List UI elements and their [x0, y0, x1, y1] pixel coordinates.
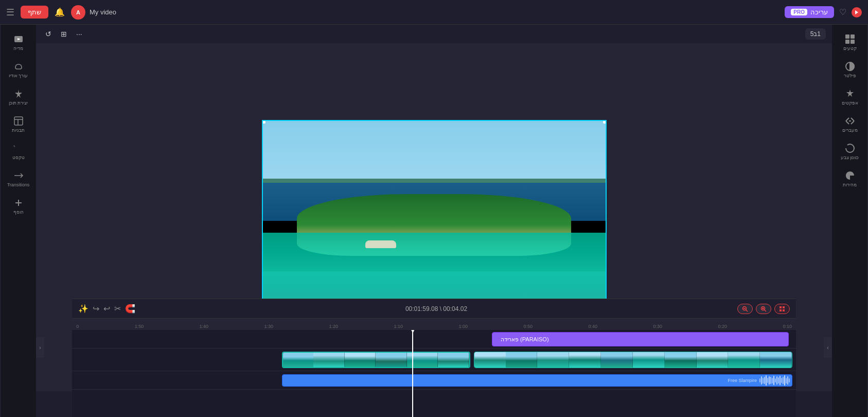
- sidebar-item-effects[interactable]: אפקטים: [835, 84, 865, 110]
- playhead[interactable]: [412, 330, 413, 417]
- svg-rect-7: [780, 306, 782, 308]
- sidebar-item-audio-label: עורך אודיו: [9, 73, 28, 78]
- video-clip-1[interactable]: [282, 352, 470, 368]
- handle-top-left[interactable]: [262, 120, 265, 124]
- sidebar-item-speed[interactable]: מהירות: [835, 166, 865, 192]
- sidebar-item-filter[interactable]: פילטר: [835, 57, 865, 82]
- svg-line-12: [765, 309, 767, 311]
- topbar-right: My video A 🔔 שתף ☰: [6, 5, 116, 20]
- center-area: 1ב5 ··· ⊞ ↺: [36, 25, 832, 417]
- video-track-row: [72, 349, 796, 371]
- sidebar-item-clips[interactable]: קטעים: [835, 30, 865, 55]
- handle-top-right[interactable]: [603, 120, 607, 124]
- text-track-clip[interactable]: (PARAISO) פארידה: [492, 332, 789, 346]
- audio-waveform: Free Slampire: [285, 375, 790, 386]
- project-name-button[interactable]: עריכה PRO: [785, 6, 834, 18]
- video-content: [263, 121, 606, 314]
- svg-rect-3: [845, 40, 849, 44]
- fit-to-screen-button[interactable]: ⊞: [58, 28, 70, 40]
- sidebar-item-filter-label: פילטר: [844, 73, 856, 78]
- timeline-zoom-out-button[interactable]: [737, 304, 753, 314]
- cut-button[interactable]: ✂: [114, 304, 121, 314]
- ruler-mark-9: 1:40: [200, 324, 209, 329]
- ruler-mark-6: 1:10: [394, 324, 403, 329]
- sidebar-item-transitions2-label: Transitions: [7, 182, 30, 187]
- svg-text:T: T: [13, 144, 15, 153]
- magnet-button[interactable]: 🧲: [125, 304, 135, 314]
- svg-point-6: [846, 144, 854, 152]
- ruler-mark-5: 1:00: [459, 324, 468, 329]
- ruler-mark-2: 0:30: [653, 324, 663, 329]
- canvas-top-center: ··· ⊞ ↺: [42, 28, 85, 40]
- redo-button[interactable]: ↪: [93, 304, 99, 314]
- menu-icon[interactable]: ☰: [6, 7, 14, 18]
- sidebar-item-media-label: מדיה: [13, 46, 23, 51]
- sidebar-item-template-label: תבניות: [12, 128, 25, 133]
- ruler-mark-8: 1:30: [264, 324, 274, 329]
- svg-rect-1: [845, 34, 849, 39]
- boat: [365, 240, 396, 248]
- sidebar-item-text[interactable]: T טקסט: [4, 139, 33, 164]
- timeline-fit-button[interactable]: [774, 304, 790, 314]
- right-sidebar: מדיה עורך אודיו יצירת תוכן תבניות T טקסט…: [0, 25, 36, 417]
- video-frame[interactable]: [262, 120, 607, 315]
- timeline-toolbar: 00:04.02 \ 00:01:59.08 🧲 ✂ ↩ ↪ ✨: [72, 299, 796, 319]
- sidebar-item-content[interactable]: יצירת תוכן: [4, 84, 33, 110]
- sidebar-item-transitions-label: מעברים: [842, 128, 858, 133]
- sidebar-item-transitions[interactable]: מעברים: [835, 112, 865, 137]
- undo-button[interactable]: ↩: [103, 304, 110, 314]
- canvas-top-toolbar: 1ב5 ··· ⊞ ↺: [36, 25, 832, 43]
- user-name-label: My video: [90, 8, 116, 16]
- svg-rect-2: [851, 34, 855, 39]
- sidebar-item-media[interactable]: מדיה: [4, 30, 33, 55]
- sidebar-item-text-label: טקסט: [12, 155, 25, 160]
- sidebar-item-template[interactable]: תבניות: [4, 112, 33, 137]
- user-avatar: A: [71, 5, 85, 20]
- topbar-left: ♡ עריכה PRO: [785, 6, 862, 18]
- main-layout: קטעים פילטר אפקטים מעברים כוונון צבע מהי…: [0, 25, 868, 417]
- video-clip-2[interactable]: [474, 352, 792, 368]
- ruler-mark-3: 0:40: [589, 324, 598, 329]
- audio-track-name-label: Free Slampire: [285, 378, 759, 383]
- user-area: My video A: [71, 5, 116, 20]
- shallow-water: [263, 233, 606, 271]
- project-name-label: עריכה: [810, 8, 828, 16]
- svg-rect-9: [780, 309, 782, 311]
- share-button[interactable]: שתף: [21, 6, 48, 19]
- app-logo: [852, 7, 862, 18]
- audio-track-row: Free Slampire: [72, 371, 796, 390]
- notification-icon[interactable]: 🔔: [55, 7, 65, 17]
- svg-rect-4: [851, 40, 855, 44]
- sidebar-item-add[interactable]: הוסף: [4, 194, 33, 219]
- ruler-mark-4: 0:50: [524, 324, 533, 329]
- ruler-mark-7: 1:20: [329, 324, 339, 329]
- timeline-timecode: 00:04.02 \ 00:01:59.08: [405, 305, 467, 312]
- svg-rect-8: [783, 306, 785, 308]
- sidebar-item-content-label: יצירת תוכן: [9, 100, 28, 106]
- timeline-collapse-right[interactable]: ›: [824, 337, 832, 358]
- sidebar-item-adjust[interactable]: כוונון צבע: [835, 139, 865, 164]
- timeline-ruler: 0:10 0:20 0:30 0:40 0:50 1:00 1:10 1:20 …: [72, 319, 796, 330]
- rotate-button[interactable]: ↺: [42, 28, 55, 40]
- left-sidebar: קטעים פילטר אפקטים מעברים כוונון צבע מהי…: [832, 25, 868, 417]
- sidebar-item-audio[interactable]: עורך אודיו: [4, 57, 33, 82]
- timeline-zoom-in-button[interactable]: [756, 304, 771, 314]
- sidebar-item-speed-label: מהירות: [843, 182, 857, 187]
- svg-rect-10: [783, 309, 785, 311]
- more-options-button[interactable]: ···: [73, 28, 85, 40]
- svg-marker-0: [855, 10, 858, 14]
- heart-icon[interactable]: ♡: [839, 7, 846, 17]
- timeline-collapse-left[interactable]: ‹: [36, 337, 44, 358]
- ruler-mark-1: 0:20: [718, 324, 727, 329]
- timeline-area: 00:04.02 \ 00:01:59.08 🧲 ✂ ↩ ↪ ✨ 0:10 0:…: [72, 299, 796, 417]
- timeline-magic-button[interactable]: ✨: [78, 304, 88, 314]
- text-track-row: (PARAISO) פארידה: [72, 330, 796, 349]
- timeline-tracks: (PARAISO) פארידה: [72, 330, 796, 417]
- zoom-level-button[interactable]: 1ב5: [805, 28, 826, 40]
- sidebar-item-add-label: הוסף: [13, 210, 24, 215]
- audio-track-clip[interactable]: Free Slampire: [282, 374, 792, 387]
- pro-badge: PRO: [791, 9, 807, 15]
- sidebar-item-clips-label: קטעים: [843, 46, 857, 51]
- sidebar-item-transitions2[interactable]: Transitions: [4, 166, 33, 192]
- svg-line-16: [746, 309, 748, 311]
